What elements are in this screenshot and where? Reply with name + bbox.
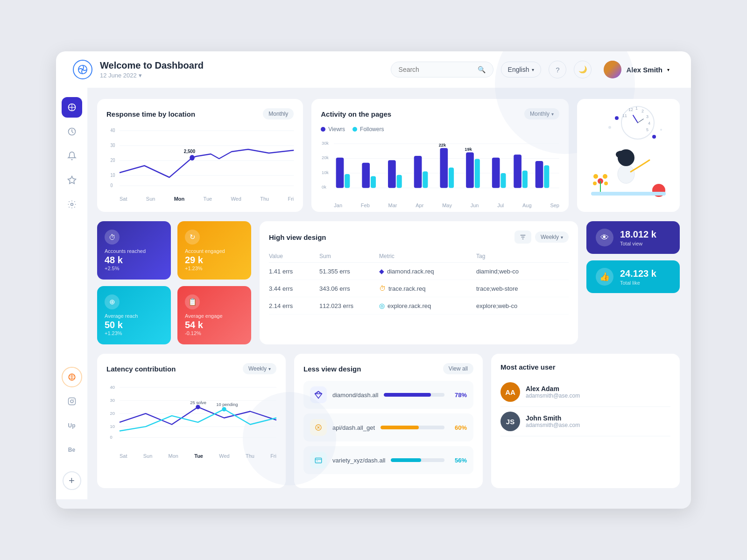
sidebar-item-compass[interactable] xyxy=(62,97,82,118)
progress-item-3: variety_xyz/dash.all 56% xyxy=(303,446,473,474)
sidebar-item-basketball[interactable] xyxy=(62,367,82,387)
svg-text:0: 0 xyxy=(110,182,113,188)
svg-rect-46 xyxy=(522,170,528,188)
svg-rect-35 xyxy=(414,156,422,188)
stat-card-accounts-reached: ⏱ Accounts reached 48 k +2.5% xyxy=(97,221,171,280)
svg-point-60 xyxy=(608,126,611,129)
sidebar-item-bell[interactable] xyxy=(62,146,82,166)
svg-point-88 xyxy=(222,407,226,411)
table-row: 2.14 errs 112.023 errs ◎ explore.rack.re… xyxy=(269,297,569,315)
progress-label-1: diamond/dash.all xyxy=(332,392,378,399)
response-time-card: Response time by location Monthly xyxy=(97,99,303,212)
svg-line-58 xyxy=(638,119,643,123)
svg-rect-34 xyxy=(397,175,402,188)
svg-text:1: 1 xyxy=(635,106,638,111)
user-email-2: adamsmith@ase.com xyxy=(526,422,580,428)
progress-bar-1 xyxy=(384,393,431,397)
stat-card-average-reach: ⊕ Average reach 50 k +1.23% xyxy=(97,286,171,344)
svg-point-70 xyxy=(604,182,608,185)
activity-chart: 30k 20k 10k 0k xyxy=(334,137,559,198)
svg-text:2: 2 xyxy=(641,109,644,113)
theme-toggle-button[interactable]: 🌙 xyxy=(574,61,592,78)
less-view-card: Less view design View all xyxy=(294,354,483,488)
col-sum: Sum xyxy=(319,253,375,259)
illustration-area: 11 12 1 2 3 4 5 xyxy=(577,99,680,212)
charts-row: Response time by location Monthly xyxy=(97,99,680,212)
metric-icon-1: ⏱ xyxy=(379,285,386,292)
svg-rect-38 xyxy=(449,168,454,188)
sidebar-item-behance[interactable]: Be xyxy=(62,440,82,460)
activity-card: Activity on the pages Monthly ▾ Viewrs F… xyxy=(311,99,569,212)
latency-filter[interactable]: Weekly ▾ xyxy=(243,363,276,374)
search-bar[interactable]: 🔍 xyxy=(391,62,493,77)
latency-chart: 40 30 20 10 0 xyxy=(120,381,276,448)
add-button[interactable]: + xyxy=(63,471,81,490)
response-time-filter[interactable]: Monthly xyxy=(263,108,294,119)
high-view-filter-icon-button[interactable] xyxy=(514,231,531,244)
main-layout: Up Be + Response time by location Monthl… xyxy=(56,88,691,499)
col-metric: Metric xyxy=(379,253,472,259)
svg-point-69 xyxy=(593,182,597,185)
bottom-row: Latency contribution Weekly ▾ xyxy=(97,354,680,488)
user-name-2: John Smith xyxy=(526,414,580,422)
user-profile[interactable]: Alex Smith ▾ xyxy=(599,59,674,80)
response-time-title: Response time by location xyxy=(106,110,195,118)
progress-label-3: variety_xyz/dash.all xyxy=(332,457,385,464)
svg-rect-37 xyxy=(440,148,448,188)
view-all-button[interactable]: View all xyxy=(443,363,473,374)
sidebar-item-star[interactable] xyxy=(62,170,82,190)
average-reach-label: Average reach xyxy=(105,313,163,319)
svg-text:20: 20 xyxy=(110,411,114,416)
progress-bar-2 xyxy=(381,426,419,429)
latency-card: Latency contribution Weekly ▾ xyxy=(97,354,286,488)
high-view-filter[interactable]: Weekly ▾ xyxy=(535,231,569,243)
svg-point-19 xyxy=(190,155,195,161)
svg-rect-40 xyxy=(466,153,474,188)
latency-title: Latency contribution xyxy=(106,365,176,373)
right-stats: 👁 18.012 k Total view 👍 24.123 k Total l… xyxy=(586,221,680,344)
svg-text:10: 10 xyxy=(110,172,115,178)
activity-filter[interactable]: Monthly ▾ xyxy=(524,108,559,119)
svg-text:11: 11 xyxy=(622,113,627,118)
language-label: English xyxy=(508,66,529,73)
less-view-title: Less view design xyxy=(303,365,361,373)
logo-icon xyxy=(73,60,92,79)
svg-point-59 xyxy=(615,116,619,120)
svg-point-68 xyxy=(603,174,607,179)
moon-icon: 🌙 xyxy=(578,65,587,74)
progress-pct-1: 78% xyxy=(450,392,467,399)
svg-rect-41 xyxy=(475,159,480,188)
average-reach-value: 50 k xyxy=(105,320,163,330)
account-engaged-icon: ↻ xyxy=(185,230,200,245)
sidebar-item-instagram[interactable] xyxy=(62,391,82,412)
svg-marker-91 xyxy=(315,392,322,399)
svg-text:0: 0 xyxy=(110,435,112,440)
svg-rect-47 xyxy=(536,161,543,188)
plus-icon: + xyxy=(69,475,75,487)
svg-text:5: 5 xyxy=(646,127,648,132)
metric-icon-0: ◆ xyxy=(379,267,384,275)
sidebar-item-clock[interactable] xyxy=(62,121,82,142)
illustration-svg: 11 12 1 2 3 4 5 xyxy=(582,104,675,207)
search-input[interactable] xyxy=(399,66,474,73)
chevron-down-icon: ▾ xyxy=(532,67,534,72)
followers-label: Followers xyxy=(360,126,384,133)
svg-rect-6 xyxy=(68,398,75,405)
metric-icon-2: ◎ xyxy=(379,302,385,309)
help-button[interactable]: ? xyxy=(549,61,566,78)
svg-point-87 xyxy=(196,405,200,409)
total-view-card: 👁 18.012 k Total view xyxy=(586,221,680,254)
user-item-1: AA Alex Adam adamsmith@ase.com xyxy=(500,378,670,407)
progress-bar-wrap-2 xyxy=(381,426,444,429)
sidebar-item-upwork[interactable]: Up xyxy=(62,415,82,436)
api-icon xyxy=(310,419,327,436)
stat-card-average-engage: 📋 Average engage 54 k -0.12% xyxy=(177,286,251,344)
legend-viewers: Viewrs xyxy=(321,126,345,133)
sidebar-item-gear[interactable] xyxy=(62,194,82,215)
language-selector[interactable]: English ▾ xyxy=(501,62,542,77)
progress-bar-wrap-3 xyxy=(391,458,444,462)
svg-rect-43 xyxy=(492,158,500,188)
accounts-reached-value: 48 k xyxy=(105,255,163,266)
total-view-value: 18.012 k xyxy=(620,229,656,240)
svg-point-4 xyxy=(70,203,73,206)
